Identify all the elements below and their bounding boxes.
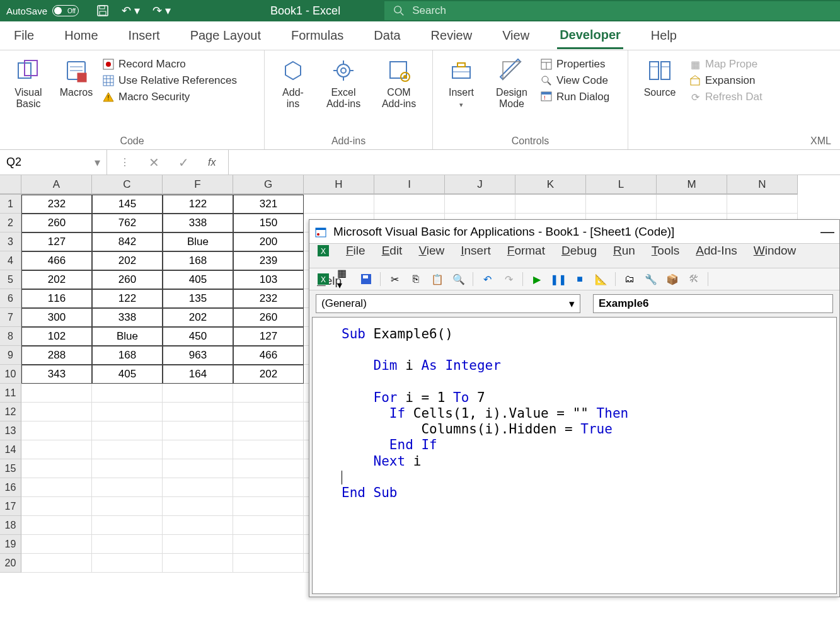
undo-icon[interactable]: ↶ ▾ (122, 4, 140, 18)
cell[interactable] (21, 421, 92, 440)
cut-icon[interactable]: ✂ (387, 272, 402, 287)
cell[interactable] (163, 535, 233, 554)
cell[interactable] (233, 440, 304, 459)
relative-refs-button[interactable]: Use Relative References (102, 74, 237, 87)
row-header[interactable]: 7 (0, 308, 21, 327)
vba-menu-edit[interactable]: Edit (382, 244, 403, 258)
cell[interactable]: 338 (163, 214, 233, 232)
row-header[interactable]: 5 (0, 270, 21, 289)
tab-help[interactable]: Help (648, 23, 679, 48)
cell[interactable] (92, 403, 163, 421)
vba-menu-file[interactable]: File (346, 244, 365, 258)
cell[interactable] (374, 195, 445, 214)
row-header[interactable]: 15 (0, 459, 21, 478)
cell[interactable]: 239 (233, 251, 304, 270)
cell[interactable]: 288 (21, 346, 92, 365)
select-all-corner[interactable] (0, 175, 21, 194)
cell[interactable]: 164 (163, 365, 233, 384)
tab-file[interactable]: File (11, 23, 37, 48)
chevron-down-icon[interactable]: ▾ (95, 156, 100, 169)
vba-editor-window[interactable]: Microsoft Visual Basic for Applications … (309, 219, 840, 597)
row-header[interactable]: 20 (0, 554, 21, 573)
cell[interactable] (92, 421, 163, 440)
cell[interactable]: 122 (92, 289, 163, 308)
cell[interactable] (233, 384, 304, 403)
row-header[interactable]: 2 (0, 214, 21, 232)
cell[interactable]: 963 (163, 346, 233, 365)
cell[interactable] (233, 459, 304, 478)
cell[interactable] (586, 195, 657, 214)
row-header[interactable]: 4 (0, 251, 21, 270)
toolbox-icon[interactable]: 🛠 (686, 272, 701, 287)
cell[interactable] (233, 478, 304, 497)
column-header[interactable]: I (374, 175, 445, 194)
row-header[interactable]: 19 (0, 535, 21, 554)
cell[interactable] (163, 459, 233, 478)
tab-data[interactable]: Data (371, 23, 403, 48)
cell[interactable] (163, 554, 233, 573)
row-header[interactable]: 9 (0, 346, 21, 365)
tab-home[interactable]: Home (62, 23, 100, 48)
cell[interactable]: 202 (163, 308, 233, 327)
cell[interactable]: 842 (92, 232, 163, 251)
row-header[interactable]: 10 (0, 365, 21, 384)
cell[interactable]: Blue (92, 327, 163, 346)
column-header[interactable]: G (233, 175, 304, 194)
vba-menu-insert[interactable]: Insert (461, 244, 491, 258)
cell[interactable] (92, 497, 163, 516)
cell[interactable]: 338 (92, 308, 163, 327)
cell[interactable]: 405 (92, 365, 163, 384)
vba-menu-tools[interactable]: Tools (652, 244, 679, 258)
run-icon[interactable]: ▶ (529, 272, 544, 287)
cell[interactable] (163, 421, 233, 440)
design-icon[interactable]: 📐 (594, 272, 609, 287)
record-macro-button[interactable]: Record Macro (102, 58, 237, 71)
cell[interactable] (233, 535, 304, 554)
cell[interactable]: 466 (233, 346, 304, 365)
cell[interactable] (233, 516, 304, 535)
cell[interactable]: 260 (233, 308, 304, 327)
vba-titlebar[interactable]: Microsoft Visual Basic for Applications … (309, 220, 839, 244)
cell[interactable]: 343 (21, 365, 92, 384)
tab-page-layout[interactable]: Page Layout (188, 23, 263, 48)
cell[interactable]: 127 (233, 327, 304, 346)
column-header[interactable]: J (445, 175, 515, 194)
redo-icon[interactable]: ↷ (501, 272, 516, 287)
cell[interactable] (657, 195, 727, 214)
vba-window-icon[interactable]: ▦ ▾ (337, 272, 352, 287)
cell[interactable]: 135 (163, 289, 233, 308)
row-header[interactable]: 3 (0, 232, 21, 251)
row-header[interactable]: 18 (0, 516, 21, 535)
search-box[interactable]: Search (384, 1, 840, 20)
cell[interactable] (92, 516, 163, 535)
cell[interactable]: 127 (21, 232, 92, 251)
cell[interactable] (233, 554, 304, 573)
vba-procedure-dropdown[interactable]: Example6 (593, 294, 833, 313)
cell[interactable]: 202 (233, 365, 304, 384)
cell[interactable] (233, 403, 304, 421)
expansion-packs-button[interactable]: Expansion (689, 74, 762, 87)
vba-excel-icon[interactable]: X (316, 272, 331, 287)
excel-addins-button[interactable]: Excel Add-ins (319, 53, 368, 133)
source-button[interactable]: Source (635, 53, 685, 133)
cell[interactable]: 122 (163, 195, 233, 214)
find-icon[interactable]: 🔍 (451, 272, 466, 287)
row-header[interactable]: 13 (0, 421, 21, 440)
cell[interactable] (727, 195, 798, 214)
vba-menu-debug[interactable]: Debug (561, 244, 597, 258)
cell[interactable] (92, 554, 163, 573)
tab-insert[interactable]: Insert (126, 23, 163, 48)
confirm-icon[interactable]: ✓ (178, 155, 189, 170)
tab-view[interactable]: View (500, 23, 532, 48)
addins-button[interactable]: Add- ins (271, 53, 315, 133)
cell[interactable] (21, 554, 92, 573)
column-header[interactable]: A (21, 175, 92, 194)
vba-menu-add-ins[interactable]: Add-Ins (696, 244, 737, 258)
cell[interactable]: 450 (163, 327, 233, 346)
column-header[interactable]: F (163, 175, 233, 194)
cell[interactable] (92, 535, 163, 554)
cell[interactable]: 300 (21, 308, 92, 327)
cell[interactable]: 150 (233, 214, 304, 232)
vba-object-dropdown[interactable]: (General)▾ (316, 294, 580, 313)
cell[interactable]: 232 (21, 195, 92, 214)
